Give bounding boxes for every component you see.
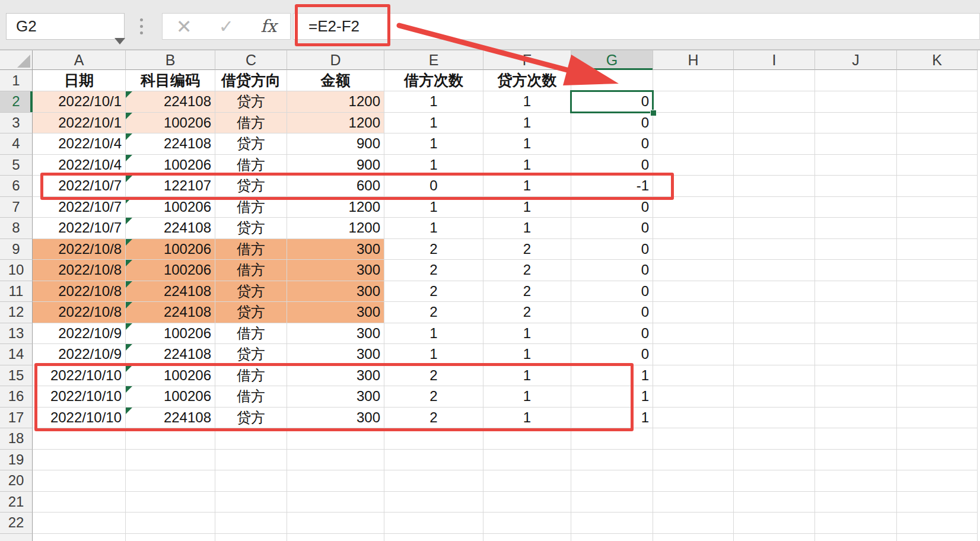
column-header-H[interactable]: H — [653, 50, 734, 70]
cell-K19[interactable] — [897, 450, 978, 471]
confirm-icon[interactable]: ✓ — [219, 18, 234, 36]
cell-K3[interactable] — [897, 113, 978, 134]
cell-C4[interactable]: 贷方 — [215, 133, 287, 155]
cell-C3[interactable]: 借方 — [215, 113, 287, 134]
cell-C5[interactable]: 借方 — [215, 155, 287, 176]
cell-G9[interactable]: 0 — [571, 239, 653, 260]
cell-I6[interactable] — [734, 176, 815, 197]
cell-D2[interactable]: 1200 — [287, 91, 384, 113]
cell-A23[interactable] — [33, 534, 126, 541]
cell-J19[interactable] — [815, 450, 897, 471]
cell-B15[interactable]: 100206 — [126, 365, 215, 387]
cell-H21[interactable] — [653, 492, 734, 513]
column-header-D[interactable]: D — [287, 50, 384, 70]
cell-H23[interactable] — [653, 534, 734, 541]
cell-D16[interactable]: 300 — [287, 386, 384, 408]
row-header-1[interactable]: 1 — [0, 70, 33, 91]
cell-F21[interactable] — [483, 492, 571, 513]
cell-A4[interactable]: 2022/10/4 — [33, 133, 126, 155]
cell-F23[interactable] — [483, 534, 571, 541]
cell-C17[interactable]: 贷方 — [215, 408, 287, 429]
cell-E7[interactable]: 1 — [384, 197, 483, 218]
column-header-B[interactable]: B — [126, 50, 215, 70]
cell-F1[interactable]: 贷方次数 — [483, 70, 571, 91]
cell-G3[interactable]: 0 — [571, 113, 653, 134]
cell-D20[interactable] — [287, 470, 384, 492]
cell-D1[interactable]: 金额 — [287, 70, 384, 91]
cell-D12[interactable]: 300 — [287, 302, 384, 323]
cell-C18[interactable] — [215, 428, 287, 450]
cell-I22[interactable] — [734, 513, 815, 534]
cell-H12[interactable] — [653, 302, 734, 323]
cell-K9[interactable] — [897, 239, 978, 260]
cell-G12[interactable]: 0 — [571, 302, 653, 323]
cell-I1[interactable] — [734, 70, 815, 91]
insert-function-icon[interactable]: fx — [260, 18, 276, 35]
row-header-3[interactable]: 3 — [0, 113, 33, 134]
cell-B1[interactable]: 科目编码 — [126, 70, 215, 91]
cell-K1[interactable] — [897, 70, 978, 91]
cell-I20[interactable] — [734, 470, 815, 492]
cell-J8[interactable] — [815, 218, 897, 239]
cell-A9[interactable]: 2022/10/8 — [33, 239, 126, 260]
cell-K11[interactable] — [897, 281, 978, 303]
cell-J7[interactable] — [815, 197, 897, 218]
row-header-13[interactable]: 13 — [0, 323, 33, 345]
cell-A17[interactable]: 2022/10/10 — [33, 408, 126, 429]
row-header-7[interactable]: 7 — [0, 197, 33, 218]
cell-J11[interactable] — [815, 281, 897, 303]
cell-H16[interactable] — [653, 386, 734, 408]
cell-K13[interactable] — [897, 323, 978, 345]
cell-J5[interactable] — [815, 155, 897, 176]
cell-E11[interactable]: 2 — [384, 281, 483, 303]
cell-I9[interactable] — [734, 239, 815, 260]
cell-J4[interactable] — [815, 133, 897, 155]
row-header-8[interactable]: 8 — [0, 218, 33, 239]
row-header-9[interactable]: 9 — [0, 239, 33, 260]
cell-K17[interactable] — [897, 408, 978, 429]
cell-I16[interactable] — [734, 386, 815, 408]
row-header-21[interactable]: 21 — [0, 492, 33, 513]
cell-C8[interactable]: 贷方 — [215, 218, 287, 239]
cell-I7[interactable] — [734, 197, 815, 218]
cell-H5[interactable] — [653, 155, 734, 176]
cell-C19[interactable] — [215, 450, 287, 471]
cell-D8[interactable]: 1200 — [287, 218, 384, 239]
cell-E12[interactable]: 2 — [384, 302, 483, 323]
row-header-22[interactable]: 22 — [0, 513, 33, 534]
cell-K10[interactable] — [897, 260, 978, 281]
cell-G19[interactable] — [571, 450, 653, 471]
cell-F6[interactable]: 1 — [483, 176, 571, 197]
cell-B6[interactable]: 122107 — [126, 176, 215, 197]
cell-E2[interactable]: 1 — [384, 91, 483, 113]
column-header-E[interactable]: E — [384, 50, 483, 70]
cell-G6[interactable]: -1 — [571, 176, 653, 197]
cell-H20[interactable] — [653, 470, 734, 492]
cell-B19[interactable] — [126, 450, 215, 471]
cell-B5[interactable]: 100206 — [126, 155, 215, 176]
cell-C10[interactable]: 借方 — [215, 260, 287, 281]
row-header-2[interactable]: 2 — [0, 91, 33, 113]
cell-H2[interactable] — [653, 91, 734, 113]
cell-E8[interactable]: 1 — [384, 218, 483, 239]
column-header-I[interactable]: I — [734, 50, 815, 70]
cell-D11[interactable]: 300 — [287, 281, 384, 303]
cell-A11[interactable]: 2022/10/8 — [33, 281, 126, 303]
cell-D9[interactable]: 300 — [287, 239, 384, 260]
cell-I23[interactable] — [734, 534, 815, 541]
cell-F7[interactable]: 1 — [483, 197, 571, 218]
cell-A13[interactable]: 2022/10/9 — [33, 323, 126, 345]
cell-B17[interactable]: 224108 — [126, 408, 215, 429]
cell-C13[interactable]: 借方 — [215, 323, 287, 345]
cell-G5[interactable]: 0 — [571, 155, 653, 176]
cell-I4[interactable] — [734, 133, 815, 155]
cell-K18[interactable] — [897, 428, 978, 450]
formula-bar-input[interactable]: =E2-F2 — [293, 13, 980, 40]
cell-D14[interactable]: 300 — [287, 344, 384, 365]
column-header-G[interactable]: G — [571, 50, 653, 70]
cell-F17[interactable]: 1 — [483, 408, 571, 429]
cell-F12[interactable]: 2 — [483, 302, 571, 323]
cell-B11[interactable]: 224108 — [126, 281, 215, 303]
cell-K8[interactable] — [897, 218, 978, 239]
cell-C9[interactable]: 借方 — [215, 239, 287, 260]
